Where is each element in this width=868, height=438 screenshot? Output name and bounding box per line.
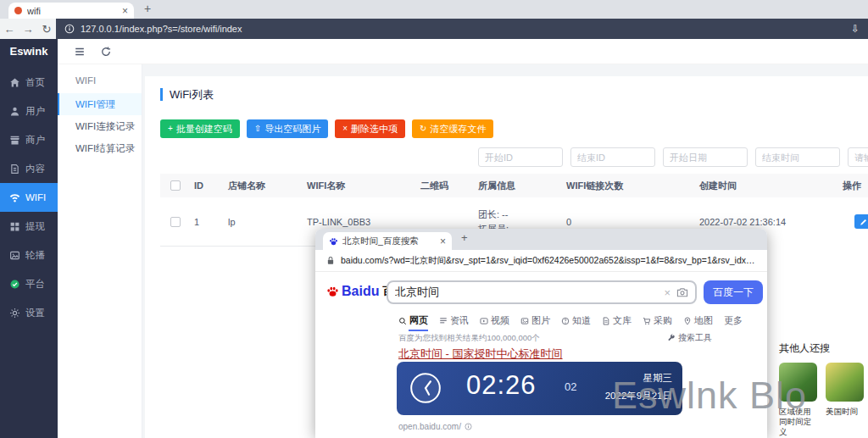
tab-wenku[interactable]: 文库: [602, 314, 632, 327]
admin-topbar: [58, 39, 868, 64]
info-icon: [465, 423, 472, 430]
address-bar[interactable]: 127.0.0.1/index.php?s=/store/wifi/index …: [56, 19, 868, 39]
collapse-menu-icon[interactable]: [74, 46, 86, 58]
filter-end-id[interactable]: [570, 147, 655, 167]
site-favicon-icon: [14, 7, 22, 14]
browser-tab-bar: wifi × +: [0, 0, 868, 19]
primary-sidebar: Eswink 首页 用户 商户 内容 WIFI: [0, 39, 58, 438]
sidebar-item-users[interactable]: 用户: [0, 97, 58, 125]
news-icon: [439, 317, 448, 325]
sidebar-item-home[interactable]: 首页: [0, 68, 58, 97]
tab-close-icon[interactable]: ×: [122, 6, 128, 16]
baidu-page: Baidu 百度 × 百度一下 网页 资讯 视频 图片 知道 文库 采购 地图 …: [315, 272, 767, 438]
sidebar-item-platform[interactable]: 平台: [0, 269, 58, 298]
forward-button[interactable]: →: [19, 23, 37, 36]
tab-caigou[interactable]: 采购: [643, 314, 672, 327]
baidu-window: 北京时间_百度搜索 × + baidu.com/s?wd=北京时间&rsv_sp…: [315, 229, 767, 438]
clock-seconds: 02: [565, 380, 576, 393]
clock-weekday: 星期三: [643, 372, 673, 385]
related-caption[interactable]: 区域使用同时间定义: [779, 407, 817, 437]
filter-start-id[interactable]: [478, 147, 563, 167]
browser-tab-wifi[interactable]: wifi ×: [8, 3, 134, 19]
sidebar-item-carousel[interactable]: 轮播: [0, 241, 58, 269]
cell-actions: [843, 214, 868, 229]
clear-icon[interactable]: ×: [664, 287, 670, 298]
batch-create-button[interactable]: + 批量创建空码: [160, 119, 240, 138]
result-source[interactable]: open.baidu.com/: [398, 422, 472, 431]
download-icon[interactable]: ⇩: [851, 23, 860, 35]
tab-more[interactable]: 更多: [724, 314, 743, 327]
analog-clock-icon: [409, 371, 442, 405]
image-icon: [9, 250, 20, 261]
submenu-item-wifi-manage[interactable]: WIFI管理: [58, 93, 142, 115]
filter-end-time[interactable]: [755, 147, 840, 167]
document-icon: [9, 164, 20, 175]
filter-start-date[interactable]: [663, 147, 748, 167]
baidu-toolbar: baidu.com/s?wd=北京时间&rsv_spt=1&rsv_iqid=0…: [315, 250, 767, 272]
tab-news[interactable]: 资讯: [439, 314, 469, 327]
sidebar-item-content[interactable]: 内容: [0, 154, 58, 183]
background-window: 其他人还搜 区域使用同时间定义 美国时间: [767, 230, 868, 438]
back-button[interactable]: ←: [0, 23, 19, 36]
library-icon: [602, 317, 610, 325]
new-tab-button[interactable]: +: [144, 2, 151, 15]
results-summary: 百度为您找到相关结果约100,000,000个: [398, 333, 540, 344]
submenu-item-wifi-settlement[interactable]: WIFI结算记录: [58, 137, 142, 159]
tab-title: wifi: [27, 6, 117, 16]
export-image-button[interactable]: ⇧ 导出空码图片: [247, 119, 328, 138]
filter-shop-name[interactable]: [848, 147, 868, 167]
tab-web[interactable]: 网页: [398, 314, 428, 327]
sidebar-item-merchants[interactable]: 商户: [0, 125, 58, 154]
related-caption[interactable]: 美国时间: [826, 407, 864, 437]
edit-button[interactable]: [854, 214, 868, 229]
sidebar-item-settings[interactable]: 设置: [0, 298, 58, 327]
search-tools[interactable]: 搜索工具: [667, 332, 712, 344]
result-title-link[interactable]: 北京时间 - 国家授时中心标准时间: [398, 347, 563, 362]
baidu-search-button[interactable]: 百度一下: [704, 280, 763, 304]
info-icon: [64, 24, 75, 34]
app-logo: Eswink: [0, 39, 58, 64]
refresh-icon[interactable]: [100, 46, 112, 58]
search-input[interactable]: [395, 286, 658, 299]
row-checkbox[interactable]: [170, 217, 181, 227]
camera-icon[interactable]: [676, 287, 688, 297]
map-pin-icon: [683, 317, 692, 325]
clear-icon: ↻: [420, 125, 426, 133]
question-icon: [561, 317, 570, 325]
reload-button[interactable]: ↻: [37, 23, 56, 36]
clock-time: 02:26: [466, 370, 537, 401]
cell-link-count: 0: [566, 217, 699, 227]
new-tab-button[interactable]: +: [461, 231, 468, 244]
select-all-checkbox[interactable]: [170, 180, 181, 191]
sidebar-item-wifi[interactable]: WIFI: [0, 183, 58, 212]
search-icon: [398, 317, 407, 325]
tab-video[interactable]: 视频: [480, 314, 509, 327]
clear-cache-button[interactable]: ↻ 清空缓存文件: [412, 119, 493, 138]
baidu-search-box: ×: [387, 280, 697, 304]
secondary-sidebar: WIFI WIFI管理 WIFI连接记录 WIFI结算记录: [58, 64, 142, 438]
shop-icon: [9, 135, 20, 146]
related-thumbnails: [779, 363, 868, 402]
tab-title: 北京时间_百度搜索: [342, 236, 436, 247]
tab-zhidao[interactable]: 知道: [561, 314, 591, 327]
page-title: WiFi列表: [160, 88, 868, 101]
gear-icon: [9, 308, 20, 319]
related-image[interactable]: [779, 363, 817, 402]
cell-wifi-name: TP-LINK_0BB3: [307, 217, 420, 227]
tab-image[interactable]: 图片: [520, 314, 550, 327]
tab-close-icon[interactable]: ×: [440, 236, 446, 247]
tab-map[interactable]: 地图: [683, 314, 713, 327]
time-card: 02:26 02 星期三 2022年9月21日: [397, 362, 682, 415]
sidebar-item-withdraw[interactable]: 提现: [0, 212, 58, 241]
baidu-address-bar[interactable]: baidu.com/s?wd=北京时间&rsv_spt=1&rsv_iqid=0…: [341, 255, 756, 267]
related-image[interactable]: [826, 363, 864, 402]
lock-icon: [326, 256, 335, 265]
video-icon: [480, 317, 488, 325]
related-captions: 区域使用同时间定义 美国时间: [779, 407, 868, 437]
platform-icon: [9, 279, 20, 290]
cart-icon: [643, 317, 651, 325]
submenu-item-wifi-connections[interactable]: WIFI连接记录: [58, 115, 142, 137]
delete-selected-button[interactable]: × 删除选中项: [335, 119, 405, 138]
baidu-tab[interactable]: 北京时间_百度搜索 ×: [323, 232, 452, 250]
baidu-nav-tabs: 网页 资讯 视频 图片 知道 文库 采购 地图 更多: [398, 314, 743, 327]
